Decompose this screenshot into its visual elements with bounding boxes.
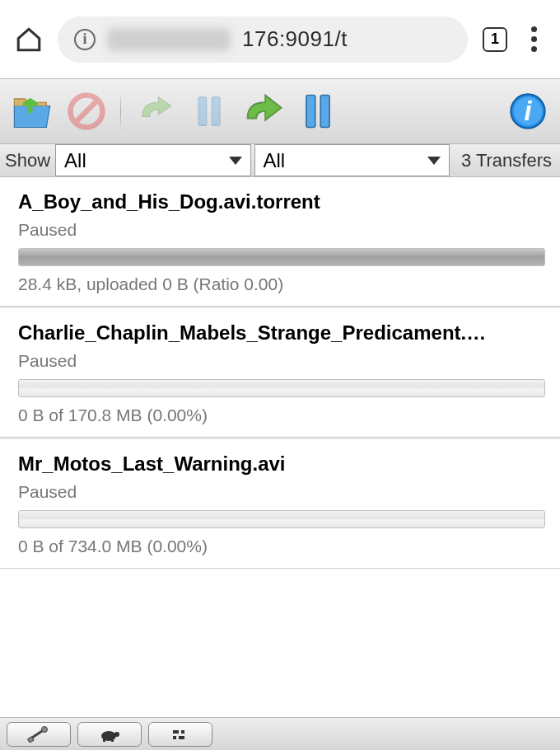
torrent-status: Paused bbox=[18, 482, 545, 502]
torrent-name: A_Boy_and_His_Dog.avi.torrent bbox=[18, 190, 545, 213]
remove-torrent-button[interactable] bbox=[63, 87, 110, 135]
torrent-row[interactable]: Mr_Motos_Last_Warning.avi Paused 0 B of … bbox=[0, 438, 560, 569]
svg-point-9 bbox=[42, 726, 48, 732]
browser-menu-icon[interactable] bbox=[522, 26, 545, 52]
resume-all-button[interactable] bbox=[240, 87, 287, 135]
torrent-progress-bar bbox=[18, 248, 545, 266]
transfer-count: 3 Transfers bbox=[453, 144, 560, 176]
filter-bar: Show All All 3 Transfers bbox=[0, 144, 560, 177]
toolbar-separator bbox=[120, 91, 121, 131]
torrent-row[interactable]: Charlie_Chaplin_Mabels_Strange_Predicame… bbox=[0, 307, 560, 438]
torrent-status: Paused bbox=[18, 351, 545, 371]
footer-bar bbox=[0, 717, 560, 750]
pause-selected-button[interactable] bbox=[185, 87, 233, 135]
tabs-button[interactable]: 1 bbox=[483, 27, 507, 52]
svg-rect-5 bbox=[320, 96, 329, 128]
filter-state-select[interactable]: All bbox=[55, 144, 250, 176]
torrent-name: Charlie_Chaplin_Mabels_Strange_Predicame… bbox=[18, 321, 545, 345]
url-bar[interactable]: i 176:9091/t bbox=[58, 16, 468, 63]
open-torrent-button[interactable] bbox=[8, 87, 56, 135]
inspector-button[interactable]: i bbox=[504, 87, 552, 135]
svg-rect-3 bbox=[212, 97, 220, 126]
svg-line-1 bbox=[76, 101, 97, 122]
svg-rect-17 bbox=[173, 736, 176, 739]
torrent-stats: 28.4 kB, uploaded 0 B (Ratio 0.00) bbox=[18, 274, 545, 294]
svg-point-12 bbox=[114, 732, 119, 737]
torrent-row[interactable]: A_Boy_and_His_Dog.avi.torrent Paused 28.… bbox=[0, 177, 560, 307]
svg-rect-4 bbox=[306, 96, 315, 128]
pause-all-button[interactable] bbox=[294, 87, 342, 135]
svg-rect-18 bbox=[179, 736, 184, 739]
compact-view-button[interactable] bbox=[148, 722, 212, 747]
svg-rect-15 bbox=[173, 730, 179, 734]
svg-text:i: i bbox=[524, 96, 532, 126]
site-info-icon[interactable]: i bbox=[74, 29, 96, 50]
url-text: 176:9091/t bbox=[242, 26, 348, 52]
svg-rect-14 bbox=[111, 739, 114, 742]
settings-button[interactable] bbox=[7, 722, 71, 747]
torrent-name: Mr_Motos_Last_Warning.avi bbox=[18, 452, 545, 476]
torrent-stats: 0 B of 170.8 MB (0.00%) bbox=[18, 405, 545, 425]
filter-label: Show bbox=[0, 144, 55, 176]
torrent-progress-bar bbox=[18, 510, 545, 528]
torrent-list: A_Boy_and_His_Dog.avi.torrent Paused 28.… bbox=[0, 177, 560, 717]
torrent-progress-bar bbox=[18, 379, 545, 397]
home-icon[interactable] bbox=[15, 26, 43, 54]
svg-rect-13 bbox=[103, 739, 105, 742]
filter-tracker-select[interactable]: All bbox=[254, 144, 450, 176]
torrent-stats: 0 B of 734.0 MB (0.00%) bbox=[18, 537, 545, 556]
browser-chrome: i 176:9091/t 1 bbox=[0, 0, 560, 78]
resume-selected-button[interactable] bbox=[131, 87, 179, 135]
turtle-mode-button[interactable] bbox=[77, 722, 142, 747]
svg-rect-16 bbox=[181, 730, 184, 734]
torrent-status: Paused bbox=[18, 220, 545, 240]
toolbar: i bbox=[0, 78, 560, 144]
svg-rect-2 bbox=[198, 97, 207, 126]
url-obscured bbox=[107, 28, 231, 51]
